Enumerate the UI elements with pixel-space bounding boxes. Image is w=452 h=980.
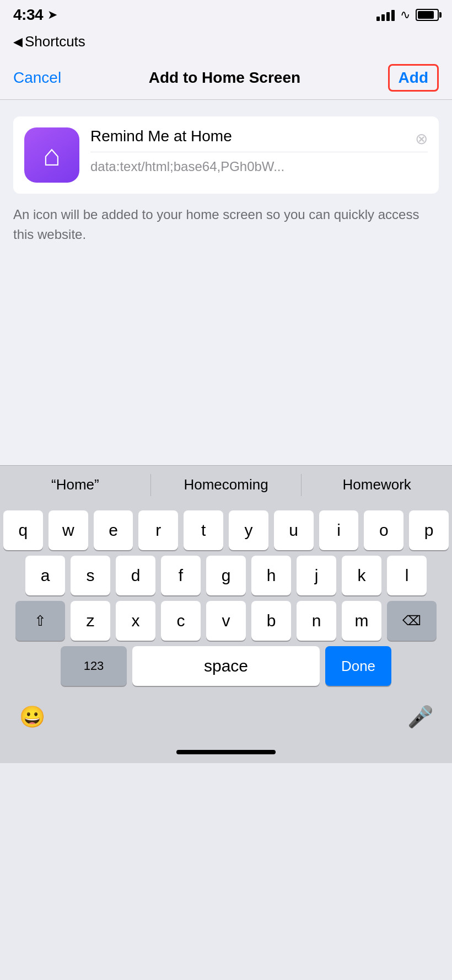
key-d[interactable]: d xyxy=(116,556,155,595)
house-icon: ⌂ xyxy=(43,138,61,172)
autocomplete-item-2[interactable]: Homework xyxy=(302,466,452,504)
key-r[interactable]: r xyxy=(138,510,178,550)
key-e[interactable]: e xyxy=(94,510,133,550)
app-name-row xyxy=(90,127,428,152)
app-icon: ⌂ xyxy=(24,127,79,183)
key-c[interactable]: c xyxy=(161,601,201,641)
autocomplete-item-1[interactable]: Homecoming xyxy=(151,466,302,504)
key-y[interactable]: y xyxy=(229,510,268,550)
key-a[interactable]: a xyxy=(25,556,65,595)
autocomplete-item-0[interactable]: “Home” xyxy=(0,466,150,504)
back-arrow-icon: ◀ xyxy=(13,35,23,49)
key-f[interactable]: f xyxy=(161,556,201,595)
key-n[interactable]: n xyxy=(297,601,336,641)
location-icon: ➤ xyxy=(47,8,57,22)
status-bar: 4:34 ➤ ∿ xyxy=(0,0,452,30)
app-url: data:text/html;base64,PGh0bW... xyxy=(90,159,428,174)
home-indicator xyxy=(0,744,452,763)
keyboard-bottom-row: 😀 🎤 xyxy=(3,691,449,740)
key-i[interactable]: i xyxy=(319,510,359,550)
wifi-icon: ∿ xyxy=(400,8,410,22)
nav-bar: Cancel Add to Home Screen Add xyxy=(0,56,452,100)
numbers-key[interactable]: 123 xyxy=(61,646,127,686)
key-o[interactable]: o xyxy=(364,510,403,550)
app-name-input[interactable] xyxy=(90,127,428,145)
add-button[interactable]: Add xyxy=(388,64,439,92)
mic-key[interactable]: 🎤 xyxy=(400,697,440,737)
key-p[interactable]: p xyxy=(409,510,449,550)
keyboard-row-4: 123 space Done xyxy=(3,646,449,686)
back-label: Shortcuts xyxy=(25,33,85,50)
key-h[interactable]: h xyxy=(251,556,291,595)
emoji-key[interactable]: 😀 xyxy=(12,697,52,737)
keyboard-row-3: ⇧ z x c v b n m ⌫ xyxy=(3,601,449,641)
shift-key[interactable]: ⇧ xyxy=(15,601,65,641)
keyboard-row-1: q w e r t y u i o p xyxy=(3,510,449,550)
key-g[interactable]: g xyxy=(206,556,246,595)
page-title: Add to Home Screen xyxy=(149,69,300,87)
space-key[interactable]: space xyxy=(132,646,320,686)
key-l[interactable]: l xyxy=(387,556,427,595)
key-x[interactable]: x xyxy=(116,601,155,641)
key-w[interactable]: w xyxy=(49,510,88,550)
key-j[interactable]: j xyxy=(297,556,336,595)
content-area: ⌂ data:text/html;base64,PGh0bW... ⊗ xyxy=(0,100,452,194)
app-card: ⌂ data:text/html;base64,PGh0bW... ⊗ xyxy=(13,116,439,194)
key-z[interactable]: z xyxy=(71,601,110,641)
key-m[interactable]: m xyxy=(342,601,381,641)
cancel-button[interactable]: Cancel xyxy=(13,69,61,87)
empty-space xyxy=(0,261,452,465)
key-s[interactable]: s xyxy=(71,556,110,595)
key-v[interactable]: v xyxy=(206,601,246,641)
keyboard: q w e r t y u i o p a s d f g h j k l ⇧ … xyxy=(0,504,452,744)
key-q[interactable]: q xyxy=(3,510,43,550)
delete-key[interactable]: ⌫ xyxy=(387,601,437,641)
clear-button[interactable]: ⊗ xyxy=(415,130,428,148)
key-k[interactable]: k xyxy=(342,556,381,595)
key-t[interactable]: t xyxy=(184,510,223,550)
done-key[interactable]: Done xyxy=(325,646,391,686)
app-info: data:text/html;base64,PGh0bW... xyxy=(90,127,428,174)
status-icons: ∿ xyxy=(376,8,439,22)
description-text: An icon will be added to your home scree… xyxy=(0,194,452,261)
autocomplete-bar: “Home” Homecoming Homework xyxy=(0,465,452,504)
home-bar xyxy=(176,750,276,754)
battery-icon xyxy=(416,9,439,21)
key-u[interactable]: u xyxy=(274,510,314,550)
keyboard-row-2: a s d f g h j k l xyxy=(3,556,449,595)
status-time: 4:34 xyxy=(13,6,43,24)
key-b[interactable]: b xyxy=(251,601,291,641)
back-nav[interactable]: ◀ Shortcuts xyxy=(0,30,452,56)
signal-bars xyxy=(376,9,395,21)
